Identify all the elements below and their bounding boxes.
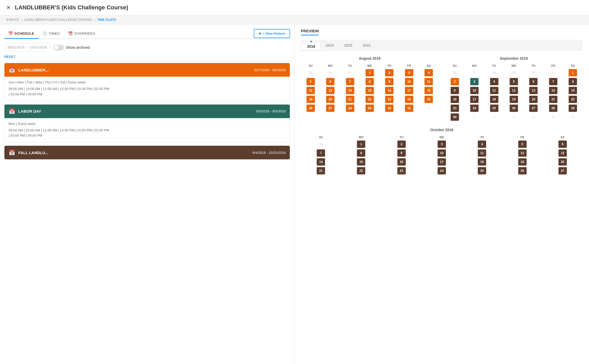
date-range-row: 08/01/2018 - 10/31/2018 Show archived bbox=[4, 43, 290, 52]
col-su: SU bbox=[445, 63, 464, 68]
year-dot bbox=[310, 41, 312, 42]
pattern-body-landlubber: Sun | Mon | Tue | Wed | Thu | Fri | Sat … bbox=[4, 77, 290, 101]
pattern-cal-icon-3: 📅 bbox=[9, 149, 15, 156]
schedule-icon: 📅 bbox=[8, 31, 13, 35]
year-tabs: 2018 2019 2020 2021 bbox=[301, 40, 583, 51]
table-row: 1 bbox=[360, 68, 379, 77]
date-end: 10/31/2018 bbox=[30, 45, 47, 49]
pattern-body-labor-day: Mon | Every week 09:00 AM | 10:00 AM | 1… bbox=[4, 118, 290, 142]
pattern-times-labor-day: 09:00 AM | 10:00 AM | 11:00 AM | 12:00 P… bbox=[9, 128, 286, 139]
table-row: 29 30 31 1 2 3 4 bbox=[301, 68, 439, 77]
pattern-header-landlubber[interactable]: 📅 LANDLUBBER... 5/27/2018 - 9/2/2018 bbox=[4, 63, 290, 77]
col-sa: SA bbox=[419, 63, 439, 68]
col-mo: MO bbox=[464, 63, 484, 68]
col-sa: SA bbox=[543, 135, 583, 140]
table-row: 23 24 25 26 27 28 29 bbox=[445, 104, 583, 113]
col-fr: FR bbox=[543, 63, 563, 68]
times-icon: 🕐 bbox=[43, 31, 47, 35]
table-row: 14 15 16 17 18 19 20 bbox=[301, 157, 583, 166]
show-archived-row: Show archived bbox=[54, 45, 90, 50]
date-dash: - bbox=[27, 45, 28, 49]
table-row: 5 6 7 8 9 10 11 bbox=[301, 77, 439, 86]
col-we: WE bbox=[360, 63, 379, 68]
table-row: 26 27 28 29 30 31 1 bbox=[301, 104, 439, 113]
pattern-times-landlubber: 09:00 AM | 10:00 AM | 11:00 AM | 12:00 P… bbox=[9, 86, 286, 97]
table-row: 3 bbox=[399, 68, 419, 77]
tab-times-label: TIMES bbox=[49, 32, 60, 35]
table-row: 30 1 2 3 4 5 6 bbox=[301, 140, 583, 149]
page-title: LANDLUBBER'S (Kids Challenge Course) bbox=[15, 4, 128, 11]
table-row: 19 20 21 22 23 24 25 bbox=[301, 95, 439, 104]
main-layout: 📅 SCHEDULE 🕐 TIMES 📆 OVERRIDES ⊕ + New P… bbox=[0, 25, 589, 364]
reset-button[interactable]: RESET bbox=[4, 54, 290, 60]
tab-overrides-label: OVERRIDES bbox=[74, 32, 95, 35]
col-sa: SA bbox=[563, 63, 583, 68]
calendar-august-title: August 2018 bbox=[301, 56, 439, 60]
page-header: ✕ LANDLUBBER'S (Kids Challenge Course) bbox=[0, 0, 589, 15]
preview-title: PREVIEW bbox=[301, 29, 583, 40]
show-archived-label: Show archived bbox=[66, 45, 90, 50]
calendar-august: August 2018 SU MO TU WE TH FR SA bbox=[301, 56, 439, 122]
table-row: 29 bbox=[301, 68, 320, 77]
show-archived-toggle[interactable] bbox=[54, 45, 64, 50]
calendar-september-title: September 2018 bbox=[445, 56, 583, 60]
pattern-dates-labor-day: 9/3/2018 - 9/3/2018 bbox=[256, 109, 286, 113]
pattern-header-fall[interactable]: 📅 FALL LANDLU... 9/4/2018 - 10/31/2018 bbox=[4, 146, 290, 159]
year-tab-2018[interactable]: 2018 bbox=[302, 43, 320, 50]
year-tab-2020[interactable]: 2020 bbox=[339, 42, 357, 49]
col-we: WE bbox=[422, 135, 462, 140]
table-row: 30 1 2 3 4 5 6 bbox=[445, 113, 583, 122]
pattern-days-landlubber: Sun | Mon | Tue | Wed | Thu | Fri | Sat … bbox=[9, 80, 286, 84]
overrides-icon: 📆 bbox=[68, 31, 73, 35]
breadcrumb-events[interactable]: EVENTS bbox=[6, 18, 19, 22]
col-tu: TU bbox=[484, 63, 504, 68]
tab-schedule-label: SCHEDULE bbox=[15, 32, 34, 35]
pattern-name-labor-day: LABOR DAY bbox=[18, 109, 253, 113]
date-start: 08/01/2018 bbox=[8, 45, 25, 49]
col-su: SU bbox=[301, 63, 320, 68]
pattern-card-labor-day: 📅 LABOR DAY 9/3/2018 - 9/3/2018 Mon | Ev… bbox=[4, 104, 290, 143]
pattern-card-landlubber: 📅 LANDLUBBER... 5/27/2018 - 9/2/2018 Sun… bbox=[4, 63, 290, 101]
date-range-input[interactable]: 08/01/2018 - 10/31/2018 bbox=[4, 43, 50, 52]
breadcrumb-course[interactable]: LANDLUBBER'S (KIDS CHALLENGE COURSE) bbox=[24, 18, 92, 22]
col-mo: MO bbox=[341, 135, 381, 140]
breadcrumb: EVENTS › LANDLUBBER'S (KIDS CHALLENGE CO… bbox=[0, 15, 589, 25]
table-row: 9 10 11 12 13 14 15 bbox=[445, 86, 583, 95]
calendar-september-table: SU MO TU WE TH FR SA 26 27 bbox=[445, 63, 583, 122]
table-row: 31 bbox=[340, 68, 360, 77]
pattern-header-labor-day[interactable]: 📅 LABOR DAY 9/3/2018 - 9/3/2018 bbox=[4, 105, 290, 118]
table-row: 12 13 14 15 16 17 18 bbox=[301, 86, 439, 95]
col-th: TH bbox=[462, 135, 502, 140]
col-we: WE bbox=[504, 63, 523, 68]
pattern-days-labor-day: Mon | Every week bbox=[9, 122, 286, 126]
table-row: 2 3 4 5 6 7 8 bbox=[445, 77, 583, 86]
table-row: 4 bbox=[419, 68, 439, 77]
new-pattern-button[interactable]: ⊕ + New Pattern bbox=[254, 29, 290, 38]
col-th: TH bbox=[524, 63, 543, 68]
tab-times[interactable]: 🕐 TIMES bbox=[38, 29, 64, 39]
col-fr: FR bbox=[399, 63, 419, 68]
year-tab-2019[interactable]: 2019 bbox=[320, 42, 339, 49]
year-tab-2021[interactable]: 2021 bbox=[357, 42, 376, 49]
col-fr: FR bbox=[502, 135, 542, 140]
breadcrumb-sep2: › bbox=[94, 18, 95, 22]
calendar-october-title: October 2018 bbox=[301, 128, 583, 132]
table-row: 7 8 9 10 11 12 13 bbox=[301, 149, 583, 157]
pattern-name-landlubber: LANDLUBBER... bbox=[18, 68, 251, 72]
col-su: SU bbox=[301, 135, 341, 140]
pattern-card-fall: 📅 FALL LANDLU... 9/4/2018 - 10/31/2018 bbox=[4, 145, 290, 160]
calendar-october: October 2018 SU MO TU WE TH FR SA 30 bbox=[301, 128, 583, 175]
calendar-october-table: SU MO TU WE TH FR SA 30 1 2 3 bbox=[301, 135, 583, 175]
col-mo: MO bbox=[320, 63, 340, 68]
tab-schedule[interactable]: 📅 SCHEDULE bbox=[4, 29, 38, 39]
col-th: TH bbox=[380, 63, 399, 68]
tabs-bar: 📅 SCHEDULE 🕐 TIMES 📆 OVERRIDES ⊕ + New P… bbox=[4, 29, 290, 39]
table-row: 30 bbox=[320, 68, 340, 77]
pattern-name-fall: FALL LANDLU... bbox=[18, 150, 249, 155]
table-row: 16 17 18 19 20 21 22 bbox=[445, 95, 583, 104]
toggle-knob bbox=[54, 45, 59, 50]
table-row: 21 22 23 24 25 26 27 bbox=[301, 166, 583, 175]
calendar-august-table: SU MO TU WE TH FR SA 29 30 bbox=[301, 63, 439, 113]
tab-overrides[interactable]: 📆 OVERRIDES bbox=[64, 29, 100, 39]
close-icon[interactable]: ✕ bbox=[6, 4, 11, 11]
